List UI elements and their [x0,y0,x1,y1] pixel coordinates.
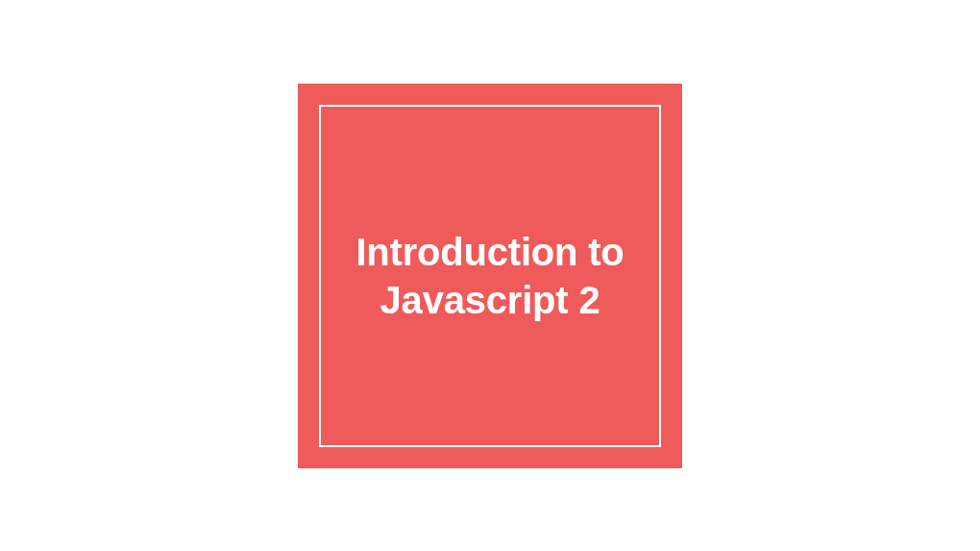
inner-border: Introduction to Javascript 2 [319,105,661,447]
slide-title: Introduction to Javascript 2 [338,228,642,324]
title-card: Introduction to Javascript 2 [298,84,682,468]
